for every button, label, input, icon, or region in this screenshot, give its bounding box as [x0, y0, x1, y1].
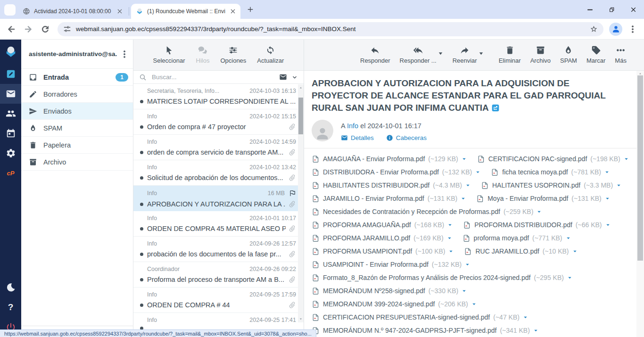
open-in-new-window-icon[interactable] — [492, 104, 499, 112]
sidebar-item-archive[interactable]: Archivo — [21, 154, 133, 171]
sidebar-item-inbox[interactable]: Entrada 1 — [21, 69, 133, 86]
headers-link[interactable]: Cabeceras — [386, 134, 427, 141]
options-button[interactable]: Opciones — [216, 44, 250, 66]
tab-search-button[interactable] — [4, 4, 16, 16]
details-link[interactable]: Detalles — [341, 134, 374, 141]
chevron-down-icon[interactable] — [572, 249, 578, 254]
chevron-down-icon[interactable] — [448, 249, 454, 254]
browser-menu-button[interactable] — [626, 23, 639, 36]
attachment[interactable]: USAMPIOINT - Enviar Proforma.pdf(~132 KB… — [312, 261, 470, 269]
search-scope-mail-icon[interactable] — [279, 73, 287, 81]
chevron-down-icon[interactable] — [461, 196, 466, 201]
attachment[interactable]: AMAGUAÑA - Enviar Proforma.pdf(~129 KB) — [312, 155, 467, 163]
sidebar-item-drafts[interactable]: Borradores — [21, 86, 133, 103]
delete-button[interactable]: Eliminar — [495, 44, 525, 66]
chevron-down-icon[interactable] — [537, 209, 542, 214]
settings-nav-button[interactable] — [0, 143, 21, 163]
calendar-nav-button[interactable] — [0, 123, 21, 143]
chevron-down-icon[interactable] — [465, 183, 471, 188]
chevron-down-icon[interactable] — [605, 196, 610, 201]
sidebar-item-sent[interactable]: Enviados — [21, 103, 133, 120]
contacts-nav-button[interactable] — [0, 104, 21, 123]
bookmark-star-icon[interactable] — [590, 25, 598, 33]
spam-button[interactable]: SPAM — [556, 44, 581, 66]
reply-button[interactable]: Responder — [356, 44, 395, 66]
scrollbar-thumb[interactable] — [298, 98, 303, 134]
threads-button[interactable]: Hilos — [192, 44, 214, 66]
close-icon[interactable] — [229, 8, 237, 15]
list-item[interactable]: Info2024-09-25 17:59 ORDEN DE COMPRA # 4… — [133, 288, 304, 313]
mail-nav-button[interactable] — [0, 84, 21, 104]
chevron-down-icon[interactable] — [566, 236, 571, 241]
browser-profile-avatar[interactable] — [609, 23, 622, 36]
chevron-down-icon[interactable] — [465, 262, 470, 267]
account-header[interactable]: asistente-administrativo@sa... — [21, 40, 133, 69]
attachment[interactable]: MEMORÁNDUM N.º 947-2024-GADPRSJ-PJFT-sig… — [312, 327, 538, 335]
list-item[interactable]: Info2024-09-26 12:57 probación de los do… — [133, 237, 304, 262]
list-item[interactable]: Info2024-10-02 15:15 Orden de compra # 4… — [133, 109, 304, 135]
archive-button[interactable]: Archivo — [526, 44, 555, 66]
dark-mode-button[interactable] — [0, 278, 21, 297]
close-icon[interactable] — [116, 8, 124, 15]
new-tab-button[interactable] — [246, 5, 255, 14]
list-scrollbar[interactable] — [298, 84, 304, 322]
forward-button[interactable]: Reenviar — [448, 44, 481, 66]
attachment[interactable]: HALITANTES USOPROIN.pdf(~3.3 MB) — [481, 181, 621, 189]
chevron-down-icon[interactable] — [616, 183, 621, 188]
attachment[interactable]: PROFORMA DISTRIBUIDOR.pdf(~66 KB) — [463, 221, 610, 229]
scroll-up-arrow[interactable] — [638, 72, 642, 75]
window-minimize-button[interactable] — [579, 0, 601, 19]
attachment[interactable]: proforma moya.pdf(~771 KB) — [462, 234, 571, 242]
mark-button[interactable]: Marcar — [582, 44, 610, 66]
attachment[interactable]: ficha tecnica moya.pdf(~781 KB) — [491, 168, 610, 176]
more-button[interactable]: Más — [611, 44, 631, 66]
attachment[interactable]: PROFORMA AMAGUAÑA.pdf(~168 KB) — [312, 221, 453, 229]
list-item[interactable]: Info2024-10-01 10:17 ORDEN DE COMPRA 45 … — [133, 211, 304, 237]
attachment[interactable]: Moya - Enviar Proforma.pdf(~131 KB) — [476, 195, 610, 203]
chevron-down-icon[interactable] — [533, 328, 538, 333]
reply-all-button[interactable]: Responder ... — [396, 44, 441, 66]
scrollbar-thumb[interactable] — [637, 75, 643, 261]
browser-tab-roundcube[interactable]: (1) Roundcube Webmail :: Envia — [131, 4, 240, 19]
attachment[interactable]: DISTRIBUIDORA - Enviar Proforma.pdf(~132… — [312, 168, 480, 176]
list-item[interactable]: Secretaria, Tesoreria, Info...2024-10-03… — [133, 84, 304, 109]
attachment[interactable]: Necesidades de Contratación y Recepción … — [312, 208, 542, 216]
chevron-down-icon[interactable] — [624, 156, 629, 162]
list-item[interactable]: Coordinador2024-09-26 09:22 Proforma del… — [133, 262, 304, 288]
chevron-down-icon[interactable] — [523, 315, 528, 320]
select-button[interactable]: Seleccionar — [149, 44, 190, 66]
attachment[interactable]: MEMORÁNDUM Nº258-signed.pdf(~330 KB) — [312, 287, 467, 295]
chevron-down-icon[interactable] — [462, 156, 467, 162]
reload-button[interactable] — [39, 23, 52, 36]
back-button[interactable] — [5, 23, 18, 36]
reader-scrollbar[interactable] — [636, 71, 644, 337]
sidebar-item-spam[interactable]: SPAM — [21, 120, 133, 137]
cpanel-button[interactable]: cP — [0, 163, 21, 183]
help-button[interactable]: ? — [0, 297, 21, 317]
sidebar-item-trash[interactable]: Papelera — [21, 137, 133, 154]
window-restore-button[interactable] — [601, 0, 622, 19]
forward-button[interactable] — [22, 23, 35, 36]
attachment[interactable]: CERTIFICACION PRESUPUESTARIA-signed-sign… — [312, 313, 528, 321]
chevron-down-icon[interactable] — [567, 275, 572, 280]
chevron-down-icon[interactable] — [471, 302, 477, 307]
attachment[interactable]: Formato_8_Razón de Proformas y Análisis … — [312, 274, 572, 282]
search-input[interactable] — [151, 73, 275, 81]
list-item[interactable]: Info2024-10-02 14:59 orden de compra ser… — [133, 135, 304, 160]
scroll-down-arrow[interactable] — [299, 318, 303, 321]
chevron-down-icon[interactable] — [447, 236, 452, 241]
chevron-down-icon[interactable] — [447, 222, 453, 228]
recipient-link[interactable]: Info — [347, 122, 358, 130]
flag-icon[interactable] — [289, 189, 296, 197]
chevron-down-icon[interactable] — [475, 170, 480, 175]
window-close-button[interactable] — [622, 0, 644, 19]
attachment[interactable]: CERTIFICACION PAC-signed.pdf(~198 KB) — [477, 155, 629, 163]
list-item[interactable]: Info2024-10-02 13:42 Solicitud de aproba… — [133, 160, 304, 186]
compose-button[interactable] — [0, 64, 21, 84]
address-bar[interactable]: webmail.sanjuan.gob.ec/cpsess8592294337/… — [58, 22, 603, 36]
attachment[interactable]: RUC JARAMILLO.pdf(~10 KB) — [464, 247, 577, 255]
list-item-selected[interactable]: Info16 MB APROBACION Y AUTORIZACION PARA… — [133, 186, 304, 211]
site-settings-icon[interactable] — [63, 25, 71, 33]
chevron-down-icon[interactable] — [291, 74, 298, 81]
attachment[interactable]: HABILITANTES DISTRIBUIDOR.pdf(~4.3 MB) — [312, 181, 471, 189]
